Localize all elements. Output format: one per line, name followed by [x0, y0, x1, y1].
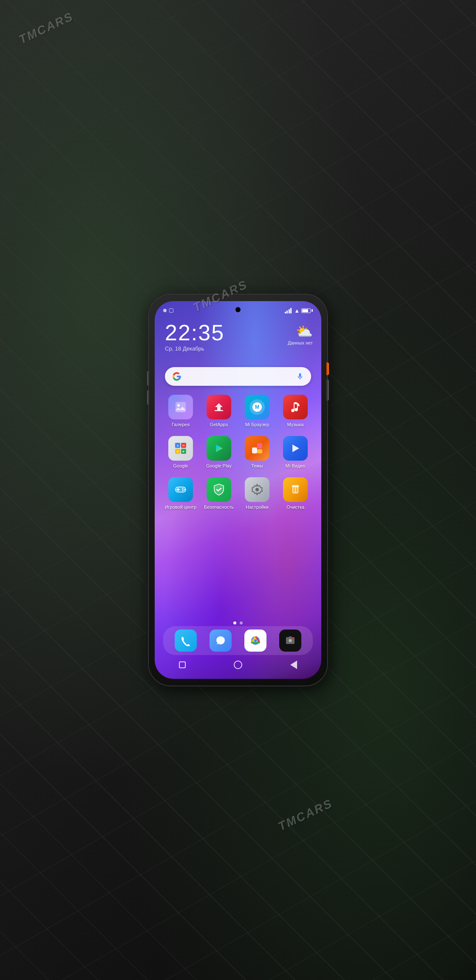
svg-rect-6 — [252, 447, 257, 453]
notification-dot — [163, 309, 167, 312]
app-item-themes[interactable]: Темы — [241, 436, 274, 469]
svg-point-15 — [182, 490, 184, 491]
app-dock — [163, 626, 313, 655]
dock-chrome[interactable] — [244, 630, 266, 652]
signal-bar-4 — [290, 308, 292, 313]
svg-point-22 — [254, 639, 257, 642]
svg-marker-9 — [292, 444, 299, 452]
recents-icon — [179, 661, 186, 668]
app-item-browser[interactable]: M Mi Браузер — [241, 395, 274, 427]
app-row-2: g m ||| ▶ Google — [162, 436, 314, 469]
side-button[interactable] — [326, 379, 329, 401]
app-item-google[interactable]: g m ||| ▶ Google — [164, 436, 197, 469]
mivideo-label: Mi Видео — [286, 463, 306, 469]
app-row-3: Игровой центр Безопасность — [162, 477, 314, 510]
status-bar: ▲ — [155, 301, 321, 316]
browser-icon: M — [245, 395, 269, 419]
signal-bar-2 — [286, 311, 288, 313]
battery-fill — [302, 309, 308, 312]
google-search-bar[interactable] — [165, 367, 311, 386]
page-indicators — [233, 621, 243, 624]
phone-body: ▲ 22:35 Ср, 18 Декабрь ⛅ Дан — [149, 294, 327, 686]
app-item-game[interactable]: Игровой центр — [164, 477, 197, 510]
settings-label: Настройки — [246, 504, 269, 510]
app-item-mivideo[interactable]: Mi Видео — [279, 436, 312, 469]
app-item-cleaner[interactable]: Очистка — [279, 477, 312, 510]
signal-icon — [285, 308, 292, 313]
getapps-label: GetApps — [210, 422, 228, 427]
weather-icon: ⛅ — [288, 323, 313, 339]
app-row-1: Галерея GetApps — [162, 395, 314, 427]
volume-down-button[interactable] — [147, 390, 149, 405]
clock-widget: 22:35 Ср, 18 Декабрь — [165, 322, 224, 352]
svg-point-1 — [177, 404, 180, 407]
page-dot-2 — [240, 621, 243, 624]
status-left-icons — [163, 308, 173, 313]
app-item-security[interactable]: Безопасность — [202, 477, 235, 510]
weather-widget: ⛅ Данных нет — [288, 323, 313, 345]
google-label: Google — [173, 463, 188, 469]
play-label: Google Play — [206, 463, 232, 469]
game-label: Игровой центр — [165, 504, 197, 510]
clock-date: Ср, 18 Декабрь — [165, 345, 224, 352]
svg-rect-2 — [176, 409, 186, 412]
svg-rect-4 — [215, 410, 223, 411]
dock-messages[interactable] — [210, 630, 232, 652]
music-label: Музыка — [287, 422, 304, 427]
dock-camera[interactable] — [279, 630, 301, 652]
clock-time: 22:35 — [165, 322, 224, 344]
svg-marker-3 — [215, 403, 223, 411]
silent-icon — [169, 308, 173, 313]
weather-label: Данных нет — [288, 340, 313, 345]
signal-bar-1 — [285, 312, 286, 313]
dock-phone[interactable] — [175, 630, 197, 652]
settings-icon — [245, 477, 269, 502]
signal-bar-3 — [289, 309, 290, 313]
app-grid: Галерея GetApps — [162, 395, 314, 519]
security-label: Безопасность — [204, 504, 234, 510]
google-icon: g m ||| ▶ — [168, 436, 193, 461]
status-right-icons: ▲ — [285, 308, 313, 314]
game-icon — [168, 477, 193, 502]
svg-rect-8 — [257, 449, 262, 453]
home-button[interactable] — [232, 659, 244, 671]
battery-tip — [312, 309, 313, 312]
app-item-gallery[interactable]: Галерея — [164, 395, 197, 427]
app-item-music[interactable]: Музыка — [279, 395, 312, 427]
back-icon — [290, 661, 297, 669]
home-icon — [234, 661, 242, 669]
svg-point-14 — [184, 489, 185, 490]
getapps-icon — [207, 395, 231, 419]
svg-marker-5 — [216, 444, 223, 452]
gallery-label: Галерея — [172, 422, 190, 427]
cleaner-icon — [283, 477, 308, 502]
battery-body — [301, 308, 311, 313]
music-icon — [283, 395, 308, 419]
phone-screen: ▲ 22:35 Ср, 18 Декабрь ⛅ Дан — [155, 301, 321, 679]
svg-rect-18 — [292, 485, 299, 487]
volume-up-button[interactable] — [147, 371, 149, 386]
voice-search-icon[interactable] — [296, 372, 304, 381]
power-button[interactable] — [326, 362, 329, 375]
svg-rect-7 — [257, 443, 262, 448]
page-dot-1 — [233, 621, 236, 624]
play-icon — [207, 436, 231, 461]
app-item-getapps[interactable]: GetApps — [202, 395, 235, 427]
navigation-bar — [155, 657, 321, 673]
app-item-play[interactable]: Google Play — [202, 436, 235, 469]
app-item-settings[interactable]: Настройки — [241, 477, 274, 510]
svg-point-25 — [292, 638, 293, 639]
themes-label: Темы — [251, 463, 263, 469]
mivideo-icon — [283, 436, 308, 461]
recents-button[interactable] — [176, 659, 188, 671]
svg-point-16 — [255, 488, 259, 491]
security-icon — [207, 477, 231, 502]
phone-wrapper: ▲ 22:35 Ср, 18 Декабрь ⛅ Дан — [149, 294, 327, 686]
browser-label: Mi Браузер — [245, 422, 269, 427]
wifi-icon: ▲ — [294, 308, 300, 314]
svg-point-24 — [289, 640, 292, 642]
back-button[interactable] — [288, 659, 300, 671]
cleaner-label: Очистка — [286, 504, 304, 510]
themes-icon — [245, 436, 269, 461]
gallery-icon — [168, 395, 193, 419]
